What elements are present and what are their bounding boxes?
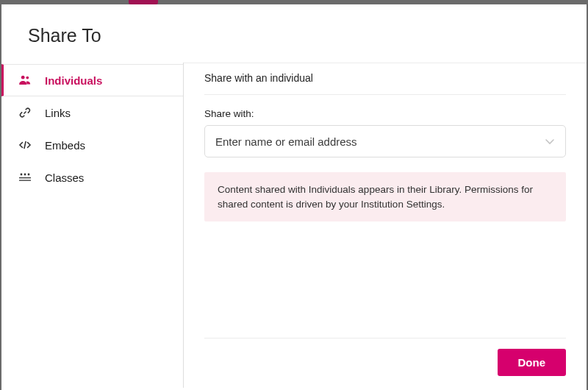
- link-icon: [17, 107, 33, 118]
- modal-body: Individuals Links Embeds Classes: [1, 63, 587, 388]
- sidebar-item-label: Classes: [45, 171, 84, 184]
- done-button[interactable]: Done: [498, 349, 567, 376]
- svg-point-1: [26, 77, 29, 79]
- svg-point-2: [21, 174, 23, 176]
- share-with-select[interactable]: Enter name or email address: [204, 125, 566, 157]
- section-heading: Share with an individual: [204, 69, 566, 95]
- sidebar-item-label: Embeds: [45, 139, 85, 152]
- svg-rect-5: [19, 177, 31, 178]
- share-type-sidebar: Individuals Links Embeds Classes: [1, 63, 184, 388]
- sidebar-item-links[interactable]: Links: [1, 96, 183, 129]
- main-panel: Share with an individual Share with: Ent…: [184, 63, 587, 388]
- sidebar-item-label: Individuals: [45, 74, 102, 87]
- sidebar-item-embeds[interactable]: Embeds: [1, 129, 183, 161]
- share-with-label: Share with:: [204, 95, 566, 125]
- info-message: Content shared with Individuals appears …: [204, 172, 566, 221]
- svg-point-0: [21, 76, 25, 79]
- sidebar-item-label: Links: [45, 107, 71, 119]
- flex-spacer: [204, 221, 566, 338]
- svg-point-4: [28, 174, 30, 176]
- sidebar-item-individuals[interactable]: Individuals: [1, 64, 183, 96]
- modal-title: Share To: [1, 4, 587, 63]
- sidebar-item-classes[interactable]: Classes: [1, 161, 183, 194]
- chevron-down-icon: [545, 138, 555, 145]
- svg-rect-6: [19, 180, 31, 181]
- select-placeholder: Enter name or email address: [215, 135, 357, 148]
- share-to-modal: Share To Individuals Links Embeds: [1, 4, 587, 390]
- code-icon: [17, 140, 33, 150]
- classes-icon: [17, 172, 33, 182]
- svg-point-3: [24, 174, 26, 176]
- modal-footer: Done: [204, 338, 566, 376]
- individuals-icon: [17, 75, 33, 85]
